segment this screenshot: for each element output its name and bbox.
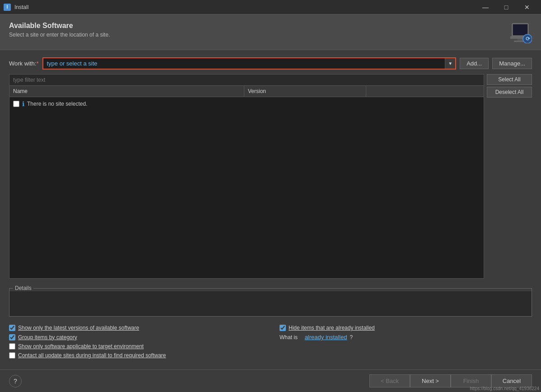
info-icon: ℹ [22,100,24,107]
column-name: Name [9,86,244,97]
work-with-row: Work with:* ▼ Add... Manage... [9,57,532,70]
svg-text:⟳: ⟳ [526,36,531,42]
what-is-end: ? [350,334,353,341]
dialog-subtitle: Select a site or enter the location of a… [9,32,110,38]
table-area: Name Version ℹ There is no site selected… [9,74,484,279]
show-applicable-row: Show only software applicable to target … [9,343,261,350]
header-icon: ⟳ [510,22,532,43]
show-applicable-label[interactable]: Show only software applicable to target … [18,343,144,350]
what-is-row: What is already installed? [280,334,532,341]
dialog-header: Available Software Select a site or ente… [0,14,541,50]
what-is-text: What is [280,334,298,341]
footer-right: < Back Next > Finish Cancel [369,374,532,387]
app-icon: I [4,4,11,11]
side-buttons: Select All Deselect All [487,74,532,279]
dialog-content: Work with:* ▼ Add... Manage... Name Vers… [0,50,541,369]
install-dialog: Available Software Select a site or ente… [0,14,541,392]
svg-rect-1 [513,24,527,35]
hide-installed-label[interactable]: Hide items that are already installed [289,325,375,331]
deselect-all-button[interactable]: Deselect All [487,87,532,98]
site-input-wrapper: ▼ [42,57,457,70]
close-button[interactable]: ✕ [517,0,537,14]
back-button[interactable]: < Back [369,374,410,387]
install-icon-svg: ⟳ [510,22,532,43]
column-version: Version [244,86,366,97]
show-applicable-checkbox[interactable] [9,343,15,350]
next-button[interactable]: Next > [410,374,451,387]
details-legend: Details [13,285,33,291]
table-body: ℹ There is no site selected. [9,97,484,278]
select-all-button[interactable]: Select All [487,74,532,85]
details-content [9,291,532,316]
table-row: ℹ There is no site selected. [13,99,480,109]
title-bar: I Install — □ ✕ [0,0,541,14]
footer-left: ? [9,375,22,387]
already-installed-link[interactable]: already installed [305,334,347,341]
dialog-footer: ? < Back Next > Finish Cancel [0,369,541,392]
hide-installed-checkbox[interactable] [280,325,286,331]
hide-installed-row: Hide items that are already installed [280,325,532,331]
site-dropdown-button[interactable]: ▼ [445,58,455,69]
svg-rect-3 [518,39,523,41]
table-header: Name Version [9,86,484,97]
group-category-row: Group items by category [9,334,261,341]
contact-sites-checkbox[interactable] [9,352,15,359]
column-extra [366,86,484,97]
help-button[interactable]: ? [9,375,22,387]
window-controls: — □ ✕ [475,0,537,14]
header-text: Available Software Select a site or ente… [9,22,110,38]
filter-input[interactable] [9,75,484,86]
manage-button[interactable]: Manage... [492,58,532,69]
site-input[interactable] [43,58,445,69]
watermark: https://blog.csdn.net/qq_41936224 [470,386,539,391]
minimize-button[interactable]: — [475,0,496,14]
dialog-title: Available Software [9,22,110,30]
window-title: Install [14,4,475,10]
row-label: There is no site selected. [27,101,87,107]
empty-cell [280,343,532,350]
finish-button[interactable]: Finish [451,374,491,387]
work-with-label: Work with:* [9,60,39,67]
group-category-label[interactable]: Group items by category [18,334,77,341]
options-section: Show only the latest versions of availab… [9,321,532,362]
filter-table-area: Name Version ℹ There is no site selected… [9,74,532,279]
details-section: Details [9,285,532,317]
show-latest-label[interactable]: Show only the latest versions of availab… [18,325,139,331]
show-latest-row: Show only the latest versions of availab… [9,325,261,331]
row-checkbox[interactable] [13,101,19,107]
contact-sites-label[interactable]: Contact all update sites during install … [18,352,166,359]
show-latest-checkbox[interactable] [9,325,15,331]
add-button[interactable]: Add... [460,58,489,69]
cancel-button[interactable]: Cancel [491,374,532,387]
contact-sites-row: Contact all update sites during install … [9,352,261,359]
maximize-button[interactable]: □ [496,0,517,14]
group-category-checkbox[interactable] [9,334,15,341]
